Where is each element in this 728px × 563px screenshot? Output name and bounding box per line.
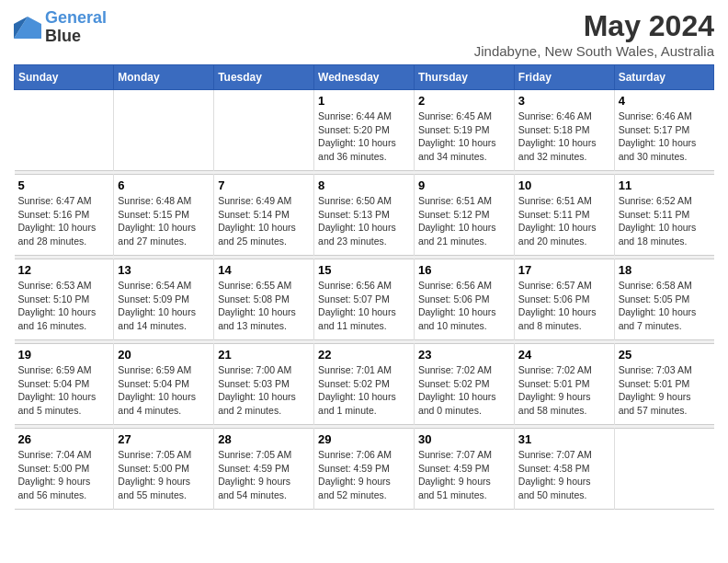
day-info: Sunrise: 6:52 AM Sunset: 5:11 PM Dayligh… xyxy=(619,194,711,248)
day-cell: 15Sunrise: 6:56 AM Sunset: 5:07 PM Dayli… xyxy=(314,259,415,340)
day-cell: 2Sunrise: 6:45 AM Sunset: 5:19 PM Daylig… xyxy=(414,90,514,171)
week-row-5: 26Sunrise: 7:04 AM Sunset: 5:00 PM Dayli… xyxy=(15,429,714,510)
logo-icon xyxy=(14,17,41,39)
day-cell: 10Sunrise: 6:51 AM Sunset: 5:11 PM Dayli… xyxy=(514,175,614,256)
day-info: Sunrise: 6:46 AM Sunset: 5:18 PM Dayligh… xyxy=(518,109,610,164)
day-info: Sunrise: 6:59 AM Sunset: 5:04 PM Dayligh… xyxy=(18,363,110,418)
day-cell: 21Sunrise: 7:00 AM Sunset: 5:03 PM Dayli… xyxy=(214,344,314,425)
day-cell: 24Sunrise: 7:02 AM Sunset: 5:01 PM Dayli… xyxy=(514,344,614,425)
day-cell xyxy=(15,90,114,171)
day-cell: 6Sunrise: 6:48 AM Sunset: 5:15 PM Daylig… xyxy=(114,175,214,256)
day-info: Sunrise: 6:58 AM Sunset: 5:05 PM Dayligh… xyxy=(619,279,711,333)
weekday-header-row: SundayMondayTuesdayWednesdayThursdayFrid… xyxy=(15,65,714,90)
day-cell: 25Sunrise: 7:03 AM Sunset: 5:01 PM Dayli… xyxy=(614,344,713,425)
day-cell xyxy=(114,90,214,171)
weekday-header-monday: Monday xyxy=(114,65,214,90)
logo-text: General Blue xyxy=(45,9,107,46)
day-info: Sunrise: 6:57 AM Sunset: 5:06 PM Dayligh… xyxy=(518,279,610,333)
day-cell: 5Sunrise: 6:47 AM Sunset: 5:16 PM Daylig… xyxy=(15,175,114,256)
main-title: May 2024 xyxy=(474,9,714,43)
day-cell: 12Sunrise: 6:53 AM Sunset: 5:10 PM Dayli… xyxy=(15,259,114,340)
weekday-header-saturday: Saturday xyxy=(614,65,713,90)
day-info: Sunrise: 7:05 AM Sunset: 5:00 PM Dayligh… xyxy=(118,448,210,502)
day-info: Sunrise: 6:44 AM Sunset: 5:20 PM Dayligh… xyxy=(318,109,410,164)
day-info: Sunrise: 6:47 AM Sunset: 5:16 PM Dayligh… xyxy=(18,194,110,248)
day-cell: 18Sunrise: 6:58 AM Sunset: 5:05 PM Dayli… xyxy=(614,259,713,340)
logo: General Blue xyxy=(14,9,107,46)
day-cell xyxy=(614,429,713,510)
day-cell: 13Sunrise: 6:54 AM Sunset: 5:09 PM Dayli… xyxy=(114,259,214,340)
day-number: 24 xyxy=(518,348,610,362)
day-number: 27 xyxy=(118,432,210,446)
day-info: Sunrise: 6:53 AM Sunset: 5:10 PM Dayligh… xyxy=(18,279,110,333)
day-number: 6 xyxy=(118,178,210,192)
day-info: Sunrise: 6:56 AM Sunset: 5:06 PM Dayligh… xyxy=(418,279,510,333)
day-info: Sunrise: 6:48 AM Sunset: 5:15 PM Dayligh… xyxy=(118,194,210,248)
day-cell: 7Sunrise: 6:49 AM Sunset: 5:14 PM Daylig… xyxy=(214,175,314,256)
day-info: Sunrise: 7:07 AM Sunset: 4:58 PM Dayligh… xyxy=(518,448,610,502)
day-number: 4 xyxy=(619,94,711,108)
day-info: Sunrise: 7:07 AM Sunset: 4:59 PM Dayligh… xyxy=(418,448,510,502)
day-cell: 17Sunrise: 6:57 AM Sunset: 5:06 PM Dayli… xyxy=(514,259,614,340)
day-info: Sunrise: 7:00 AM Sunset: 5:03 PM Dayligh… xyxy=(218,363,310,418)
day-info: Sunrise: 7:05 AM Sunset: 4:59 PM Dayligh… xyxy=(218,448,310,502)
day-number: 11 xyxy=(619,178,711,192)
day-number: 10 xyxy=(518,178,610,192)
day-info: Sunrise: 7:02 AM Sunset: 5:01 PM Dayligh… xyxy=(518,363,610,418)
day-number: 13 xyxy=(118,263,210,277)
day-number: 7 xyxy=(218,178,310,192)
day-cell: 9Sunrise: 6:51 AM Sunset: 5:12 PM Daylig… xyxy=(414,175,514,256)
day-number: 22 xyxy=(318,348,410,362)
day-info: Sunrise: 6:54 AM Sunset: 5:09 PM Dayligh… xyxy=(118,279,210,333)
day-cell: 22Sunrise: 7:01 AM Sunset: 5:02 PM Dayli… xyxy=(314,344,415,425)
day-number: 21 xyxy=(218,348,310,362)
weekday-header-thursday: Thursday xyxy=(414,65,514,90)
day-number: 5 xyxy=(18,178,110,192)
day-info: Sunrise: 6:50 AM Sunset: 5:13 PM Dayligh… xyxy=(318,194,410,248)
week-row-1: 1Sunrise: 6:44 AM Sunset: 5:20 PM Daylig… xyxy=(15,90,714,171)
day-cell: 30Sunrise: 7:07 AM Sunset: 4:59 PM Dayli… xyxy=(414,429,514,510)
day-number: 18 xyxy=(619,263,711,277)
week-row-3: 12Sunrise: 6:53 AM Sunset: 5:10 PM Dayli… xyxy=(15,259,714,340)
day-info: Sunrise: 6:55 AM Sunset: 5:08 PM Dayligh… xyxy=(218,279,310,333)
day-number: 31 xyxy=(518,432,610,446)
day-info: Sunrise: 7:03 AM Sunset: 5:01 PM Dayligh… xyxy=(619,363,711,418)
day-number: 17 xyxy=(518,263,610,277)
day-number: 3 xyxy=(518,94,610,108)
day-number: 29 xyxy=(318,432,410,446)
day-number: 20 xyxy=(118,348,210,362)
day-info: Sunrise: 7:04 AM Sunset: 5:00 PM Dayligh… xyxy=(18,448,110,502)
weekday-header-sunday: Sunday xyxy=(15,65,114,90)
day-number: 25 xyxy=(619,348,711,362)
day-cell: 16Sunrise: 6:56 AM Sunset: 5:06 PM Dayli… xyxy=(414,259,514,340)
day-cell: 14Sunrise: 6:55 AM Sunset: 5:08 PM Dayli… xyxy=(214,259,314,340)
day-number: 16 xyxy=(418,263,510,277)
day-number: 30 xyxy=(418,432,510,446)
day-cell: 27Sunrise: 7:05 AM Sunset: 5:00 PM Dayli… xyxy=(114,429,214,510)
day-cell: 29Sunrise: 7:06 AM Sunset: 4:59 PM Dayli… xyxy=(314,429,415,510)
day-info: Sunrise: 6:51 AM Sunset: 5:11 PM Dayligh… xyxy=(518,194,610,248)
day-info: Sunrise: 6:56 AM Sunset: 5:07 PM Dayligh… xyxy=(318,279,410,333)
day-cell: 1Sunrise: 6:44 AM Sunset: 5:20 PM Daylig… xyxy=(314,90,415,171)
day-number: 12 xyxy=(18,263,110,277)
week-row-4: 19Sunrise: 6:59 AM Sunset: 5:04 PM Dayli… xyxy=(15,344,714,425)
day-info: Sunrise: 7:06 AM Sunset: 4:59 PM Dayligh… xyxy=(318,448,410,502)
day-cell: 3Sunrise: 6:46 AM Sunset: 5:18 PM Daylig… xyxy=(514,90,614,171)
day-cell: 28Sunrise: 7:05 AM Sunset: 4:59 PM Dayli… xyxy=(214,429,314,510)
day-number: 19 xyxy=(18,348,110,362)
subtitle: Jindabyne, New South Wales, Australia xyxy=(474,43,714,59)
weekday-header-wednesday: Wednesday xyxy=(314,65,415,90)
day-info: Sunrise: 6:46 AM Sunset: 5:17 PM Dayligh… xyxy=(619,109,711,164)
day-number: 2 xyxy=(418,94,510,108)
day-number: 26 xyxy=(18,432,110,446)
day-number: 8 xyxy=(318,178,410,192)
day-cell: 4Sunrise: 6:46 AM Sunset: 5:17 PM Daylig… xyxy=(614,90,713,171)
title-block: May 2024 Jindabyne, New South Wales, Aus… xyxy=(474,9,714,59)
day-number: 9 xyxy=(418,178,510,192)
day-cell: 31Sunrise: 7:07 AM Sunset: 4:58 PM Dayli… xyxy=(514,429,614,510)
calendar-table: SundayMondayTuesdayWednesdayThursdayFrid… xyxy=(14,64,714,510)
day-info: Sunrise: 6:51 AM Sunset: 5:12 PM Dayligh… xyxy=(418,194,510,248)
day-info: Sunrise: 6:49 AM Sunset: 5:14 PM Dayligh… xyxy=(218,194,310,248)
weekday-header-friday: Friday xyxy=(514,65,614,90)
day-cell: 20Sunrise: 6:59 AM Sunset: 5:04 PM Dayli… xyxy=(114,344,214,425)
